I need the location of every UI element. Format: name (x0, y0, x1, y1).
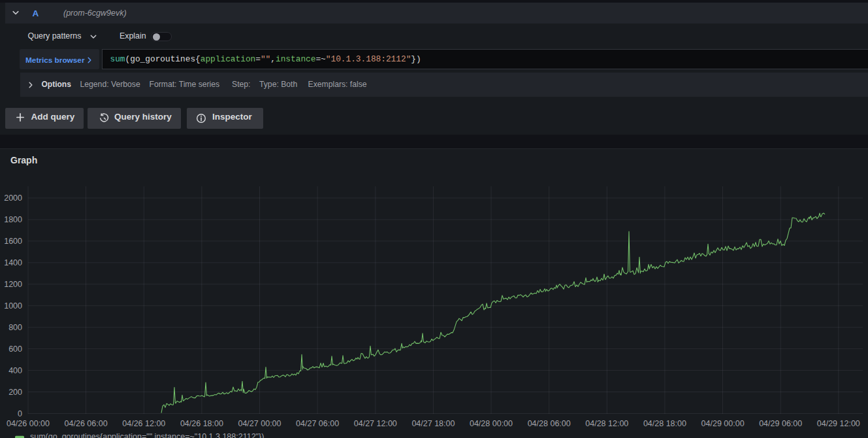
svg-text:04/27 00:00: 04/27 00:00 (238, 419, 281, 428)
svg-text:600: 600 (8, 345, 22, 354)
svg-text:200: 200 (8, 388, 22, 397)
svg-text:1000: 1000 (4, 301, 22, 311)
svg-text:04/26 06:00: 04/26 06:00 (65, 419, 108, 428)
svg-text:04/28 12:00: 04/28 12:00 (585, 419, 628, 428)
svg-text:04/28 18:00: 04/28 18:00 (643, 419, 686, 428)
svg-text:1200: 1200 (4, 280, 22, 289)
svg-text:400: 400 (8, 366, 22, 375)
svg-text:1400: 1400 (4, 258, 22, 267)
svg-text:04/29 00:00: 04/29 00:00 (701, 419, 745, 428)
svg-text:04/29 12:00: 04/29 12:00 (817, 419, 860, 428)
svg-text:04/26 00:00: 04/26 00:00 (7, 419, 50, 428)
svg-text:1600: 1600 (4, 237, 22, 246)
svg-text:04/27 12:00: 04/27 12:00 (354, 419, 397, 428)
svg-text:04/27 18:00: 04/27 18:00 (411, 419, 455, 428)
svg-text:04/27 06:00: 04/27 06:00 (296, 419, 339, 428)
svg-text:2000: 2000 (4, 194, 22, 203)
svg-text:800: 800 (8, 323, 22, 332)
svg-text:04/28 00:00: 04/28 00:00 (470, 419, 513, 428)
svg-text:04/26 12:00: 04/26 12:00 (122, 419, 165, 428)
svg-text:0: 0 (18, 409, 22, 418)
svg-text:04/29 06:00: 04/29 06:00 (759, 419, 802, 428)
svg-text:04/26 18:00: 04/26 18:00 (180, 419, 223, 428)
svg-text:04/28 06:00: 04/28 06:00 (528, 419, 571, 428)
svg-text:1800: 1800 (4, 215, 22, 224)
svg-text:sum(go_goroutines{application=: sum(go_goroutines{application="",instanc… (30, 432, 264, 438)
